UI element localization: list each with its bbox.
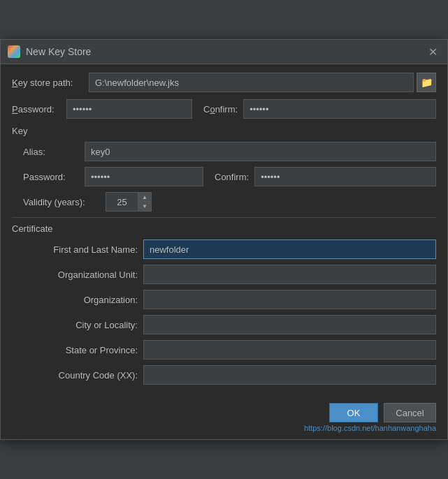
org-unit-input[interactable] — [143, 265, 436, 284]
ok-button[interactable]: OK — [329, 403, 378, 422]
keystorepath-label: Key store path: — [12, 78, 89, 88]
top-confirm-label: Confirm: — [203, 104, 238, 115]
certificate-section-label: Certificate — [12, 223, 436, 234]
top-confirm-input[interactable] — [243, 99, 436, 119]
footer-url: https://blog.csdn.net/hanhanwanghaha — [304, 424, 436, 432]
alias-label: Alias: — [23, 147, 79, 157]
app-icon — [8, 45, 20, 58]
dialog-body: Key store path: 📁 Password: Confirm: Key… — [1, 64, 447, 399]
footer-buttons: OK Cancel — [329, 403, 436, 422]
cancel-button[interactable]: Cancel — [384, 403, 436, 422]
state-label: State or Province: — [33, 345, 138, 355]
validity-spinner: ▲ ▼ — [106, 192, 152, 212]
first-last-name-input[interactable] — [143, 240, 436, 259]
country-code-label: Country Code (XX): — [33, 370, 138, 381]
new-key-store-dialog: New Key Store ✕ Key store path: 📁 Passwo… — [0, 39, 448, 440]
city-input[interactable] — [143, 315, 436, 334]
key-password-input[interactable] — [85, 167, 203, 186]
footer: OK Cancel https://blog.csdn.net/hanhanwa… — [1, 399, 447, 439]
validity-label: Validity (years): — [23, 197, 100, 207]
org-unit-label: Organizational Unit: — [33, 270, 138, 280]
key-confirm-input[interactable] — [254, 167, 436, 186]
spinner-buttons: ▲ ▼ — [138, 192, 152, 212]
key-section-label: Key — [12, 126, 436, 136]
first-last-name-label: First and Last Name: — [33, 244, 138, 255]
dialog-title: New Key Store — [26, 46, 419, 57]
title-bar: New Key Store ✕ — [1, 40, 447, 64]
organization-row: Organization: — [12, 290, 436, 309]
folder-browse-button[interactable]: 📁 — [417, 73, 436, 92]
key-section: Key Alias: Password: Confirm: Validity (… — [12, 126, 436, 212]
top-password-label: Password: — [12, 104, 61, 115]
certificate-section: Certificate First and Last Name: Organiz… — [12, 223, 436, 385]
organization-label: Organization: — [33, 295, 138, 305]
first-last-name-row: First and Last Name: — [12, 240, 436, 259]
org-unit-row: Organizational Unit: — [12, 265, 436, 284]
keystorepath-row: Key store path: 📁 — [12, 73, 436, 92]
organization-input[interactable] — [143, 290, 436, 309]
city-row: City or Locality: — [12, 315, 436, 334]
alias-input[interactable] — [85, 142, 436, 161]
keystorepath-input-wrap: 📁 — [89, 73, 436, 92]
state-row: State or Province: — [12, 340, 436, 360]
top-password-input[interactable] — [66, 99, 192, 119]
validity-increment-button[interactable]: ▲ — [138, 193, 151, 202]
close-button[interactable]: ✕ — [425, 44, 440, 59]
key-password-row: Password: Confirm: — [12, 167, 436, 186]
key-confirm-label: Confirm: — [215, 172, 249, 182]
keystorepath-label-text: Key store path: — [12, 78, 73, 88]
validity-row: Validity (years): ▲ ▼ — [12, 192, 436, 212]
state-input[interactable] — [143, 340, 436, 360]
top-password-row: Password: Confirm: — [12, 99, 436, 119]
divider — [12, 217, 436, 218]
alias-row: Alias: — [12, 142, 436, 161]
country-code-input[interactable] — [143, 365, 436, 385]
key-password-label: Password: — [23, 172, 79, 182]
country-code-row: Country Code (XX): — [12, 365, 436, 385]
validity-input[interactable] — [106, 192, 138, 212]
validity-decrement-button[interactable]: ▼ — [138, 202, 151, 211]
city-label: City or Locality: — [33, 320, 138, 330]
keystorepath-input[interactable] — [89, 73, 414, 92]
